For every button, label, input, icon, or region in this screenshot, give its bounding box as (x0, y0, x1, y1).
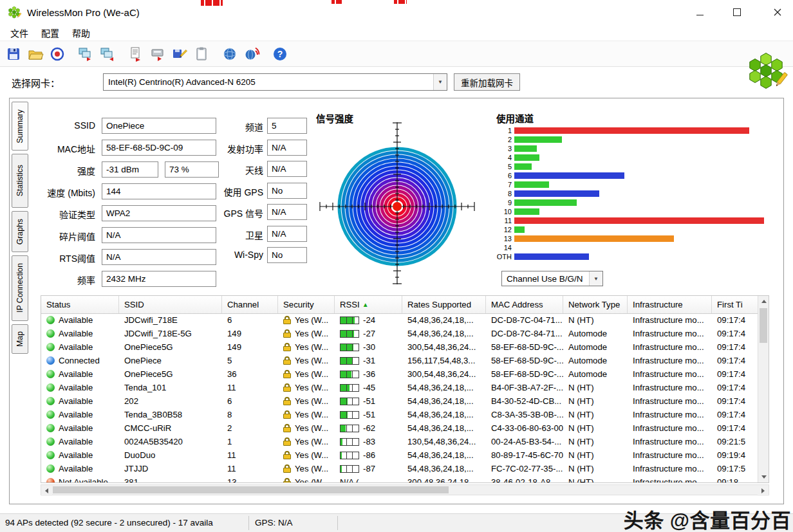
export-data-button[interactable] (147, 44, 169, 64)
column-header-infra[interactable]: Infrastructure (628, 296, 712, 313)
help-button[interactable]: ? (269, 44, 291, 64)
table-row[interactable]: AvailableJTJJD11Yes (W...-8754,48,36,24,… (41, 462, 759, 475)
cell-infrastructure: Infrastructure mo... (628, 367, 712, 381)
cell-text: Infrastructure mo... (633, 450, 704, 460)
strength-field[interactable]: -31 dBm (102, 161, 158, 178)
save-button[interactable] (3, 44, 24, 64)
cell-network-type: N (HT) (563, 394, 628, 408)
scroll-down-button[interactable] (758, 472, 769, 482)
import-button[interactable] (97, 44, 118, 64)
export-button[interactable] (75, 44, 97, 64)
cell-text: Infrastructure mo... (633, 464, 704, 473)
table-row[interactable]: AvailableTenda_10111Yes (W...-4554,48,36… (41, 381, 759, 394)
gps-signal-field[interactable]: N/A (267, 204, 307, 220)
sort-ascending-icon: ▲ (362, 301, 369, 308)
cell-ssid: JDCwifi_718E (119, 313, 222, 327)
menu-item-config[interactable]: 配置 (35, 24, 66, 41)
tab-statistics[interactable]: Statistics (12, 154, 28, 208)
web-signal-button[interactable] (241, 44, 263, 64)
column-header-type[interactable]: Network Type (563, 296, 628, 313)
scroll-right-button[interactable] (758, 485, 769, 496)
wi-spy-field[interactable]: No (267, 247, 307, 263)
column-header-rssi[interactable]: RSSI▲ (335, 296, 402, 313)
maximize-button[interactable] (718, 0, 756, 24)
close-button[interactable] (756, 0, 793, 24)
table-row[interactable]: AvailableTenda_3B0B588Yes (W...-5154,48,… (41, 408, 759, 421)
cell-first-time: 09:17:4 (712, 313, 759, 327)
frequency-field[interactable]: 2432 MHz (102, 271, 216, 287)
menu-item-file[interactable]: 文件 (4, 24, 35, 41)
lock-icon (283, 437, 291, 446)
cell-text: 58-EF-68-5D-9C-... (491, 356, 563, 365)
cell-text: Automode (568, 356, 607, 365)
tab-map[interactable]: Map (12, 324, 28, 354)
minimize-button[interactable] (681, 0, 718, 24)
vertical-scrollbar[interactable] (758, 296, 769, 482)
column-header-security[interactable]: Security (278, 296, 335, 313)
cell-text: Infrastructure mo... (633, 369, 704, 379)
write-file-button[interactable] (169, 44, 191, 64)
antenna-field[interactable]: N/A (267, 161, 307, 177)
rssi-value: -51 (363, 410, 375, 419)
cell-text: 54,48,36,24,18,... (407, 464, 474, 473)
cell-channel: 5 (222, 354, 278, 367)
column-header-channel[interactable]: Channel (222, 296, 278, 313)
table-row[interactable]: Available2026Yes (W...-5154,48,36,24,18,… (41, 394, 759, 408)
table-row[interactable]: AvailableOnePiece5G149Yes (W...-30300,54… (41, 340, 759, 354)
cell-text: 54,48,36,24,18,... (407, 423, 474, 433)
channel-field[interactable]: 5 (267, 118, 307, 134)
column-header-mac[interactable]: MAC Address (486, 296, 563, 313)
cell-rates: 54,48,36,24,18,... (402, 408, 486, 421)
horizontal-scrollbar[interactable] (41, 484, 769, 495)
clipboard-button[interactable] (191, 44, 212, 64)
menu-item-help[interactable]: 帮助 (66, 24, 97, 41)
globe-button[interactable] (219, 44, 241, 64)
column-header-status[interactable]: Status (41, 296, 119, 313)
table-row[interactable]: AvailableCMCC-uRiR2Yes (W...-6254,48,36,… (41, 421, 759, 435)
cell-text: 09:17:4 (717, 315, 745, 325)
cell-text: 202 (124, 396, 138, 406)
vertical-scroll-thumb[interactable] (760, 308, 767, 343)
cell-text: 6 (227, 315, 232, 325)
cell-channel: 6 (222, 394, 278, 408)
satellite-field[interactable]: N/A (267, 226, 307, 242)
scroll-left-button[interactable] (41, 485, 52, 496)
open-button[interactable] (24, 44, 46, 64)
channel-usage-bar (514, 181, 549, 188)
cell-first-time: 09:17:4 (712, 340, 759, 354)
tab-ip-connection[interactable]: IP Connection (12, 255, 28, 321)
cell-text: 09:17:4 (717, 423, 745, 433)
use-gps-field[interactable]: No (267, 183, 307, 199)
signal-meter (340, 425, 359, 432)
channel-row: 6 (494, 172, 624, 179)
cell-channel: 36 (222, 367, 278, 381)
channel-usage-bar (514, 154, 539, 161)
lock-icon (283, 329, 291, 338)
table-row[interactable]: AvailableJDCwifi_718E-5G149Yes (W...-275… (41, 327, 759, 340)
scroll-up-button[interactable] (758, 296, 769, 307)
send-report-button[interactable] (125, 44, 147, 64)
horizontal-scroll-thumb[interactable] (53, 486, 449, 493)
table-row[interactable]: ConnectedOnePiece5Yes (W...-31156,117,54… (41, 354, 759, 367)
cell-rates: 300,54,48,36,24... (402, 340, 486, 354)
record-button[interactable] (46, 44, 68, 64)
cell-security: Yes (W... (278, 448, 335, 462)
cell-infrastructure: Infrastructure mo... (628, 435, 712, 448)
cell-rssi: -30 (335, 340, 402, 354)
cell-text: OnePiece5G (124, 342, 173, 352)
table-row[interactable]: AvailableDuoDuo11Yes (W...-8654,48,36,24… (41, 448, 759, 462)
cell-mac: 00-24-A5-B3-54-... (486, 435, 563, 448)
adapter-select[interactable]: Intel(R) Centrino(R) Advanced-N 6205 ▼ (103, 73, 447, 91)
column-header-rates[interactable]: Rates Supported (402, 296, 486, 313)
table-row[interactable]: AvailableJDCwifi_718E6Yes (W...-2454,48,… (41, 313, 759, 327)
table-row[interactable]: Not Available38113Yes (W...N/A (...300,4… (41, 475, 759, 482)
table-row[interactable]: AvailableOnePiece5G36Yes (W...-36300,54,… (41, 367, 759, 381)
channel-mode-select[interactable]: Channel Use B/G/N ▼ (501, 271, 603, 286)
tx-power-field[interactable]: N/A (267, 140, 307, 156)
cell-security: Yes (W... (278, 313, 335, 327)
cell-infrastructure: Infrastructure mo... (628, 394, 712, 408)
column-header-ssid[interactable]: SSID (119, 296, 222, 313)
reload-adapter-button[interactable]: 重新加载网卡 (454, 73, 520, 91)
table-row[interactable]: Available0024A5B354201Yes (W...-83130,54… (41, 435, 759, 448)
column-header-first[interactable]: First Ti (712, 296, 759, 313)
